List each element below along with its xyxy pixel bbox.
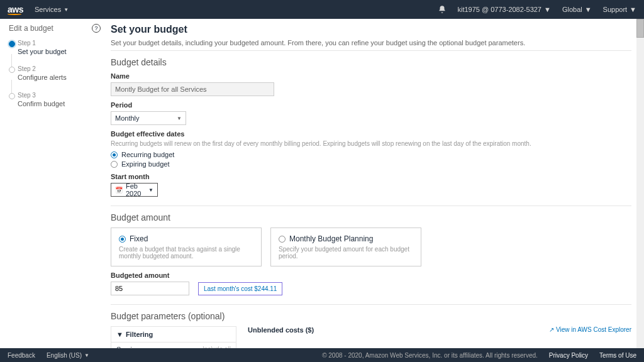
scrollbar-track[interactable] (636, 19, 644, 348)
privacy-policy-link[interactable]: Privacy Policy (549, 352, 588, 359)
name-label: Name (111, 72, 631, 80)
page-subtitle: Set your budget details, including your … (111, 39, 631, 47)
budgeted-amount-label: Budgeted amount (111, 272, 631, 279)
page-title: Set your budget (111, 24, 631, 35)
filtering-header[interactable]: ▼ Filtering (111, 327, 236, 343)
feedback-link[interactable]: Feedback (8, 352, 35, 359)
fixed-budget-card[interactable]: Fixed Create a budget that tracks agains… (111, 228, 262, 266)
cost-chart: 150200250 (248, 337, 631, 348)
period-select[interactable]: Monthly ▼ (111, 111, 186, 125)
expiring-budget-radio[interactable]: Expiring budget (111, 160, 631, 168)
scrollbar-thumb[interactable] (636, 19, 644, 38)
support-menu[interactable]: Support▼ (603, 6, 636, 13)
radio-selected-icon (111, 151, 118, 158)
budgeted-amount-input[interactable] (111, 282, 189, 295)
help-icon[interactable]: ? (92, 24, 101, 33)
budget-name-input[interactable] (111, 82, 274, 96)
budget-details-heading: Budget details (111, 57, 631, 67)
wizard-step-1[interactable]: Step 1 Set your budget (9, 39, 106, 56)
terms-of-use-link[interactable]: Terms of Use (599, 352, 636, 359)
chevron-down-icon: ▼ (177, 116, 182, 121)
period-label: Period (111, 101, 631, 109)
view-cost-explorer-link[interactable]: ↗ View in AWS Cost Explorer (549, 326, 631, 333)
last-month-cost-button[interactable]: Last month's cost $244.11 (198, 282, 282, 295)
monthly-planning-card[interactable]: Monthly Budget Planning Specify your bud… (270, 228, 421, 266)
effective-dates-label: Budget effective dates (111, 130, 631, 138)
wizard-step-2[interactable]: Step 2 Configure alerts (9, 65, 106, 82)
external-link-icon: ↗ (549, 326, 554, 333)
wizard-step-3[interactable]: Step 3 Confirm budget (9, 91, 106, 108)
chevron-down-icon: ▼ (148, 187, 153, 193)
account-menu[interactable]: kit1975 @ 0773-2082-5327▼ (458, 6, 551, 13)
services-menu[interactable]: Services▼ (35, 6, 69, 13)
recurring-budget-radio[interactable]: Recurring budget (111, 151, 631, 158)
start-month-picker[interactable]: 📅 Feb 2020 ▼ (111, 183, 158, 197)
filter-item-service[interactable]: ServiceInclude all (111, 343, 236, 348)
region-menu[interactable]: Global▼ (562, 6, 592, 13)
calendar-icon: 📅 (115, 187, 123, 194)
copyright-text: © 2008 - 2020, Amazon Web Services, Inc.… (322, 352, 538, 359)
aws-logo[interactable]: aws (8, 4, 26, 15)
radio-unselected-icon (111, 161, 118, 168)
radio-selected-icon (119, 236, 126, 243)
budget-params-heading: Budget parameters (optional) (111, 311, 631, 321)
start-month-label: Start month (111, 173, 631, 180)
budget-amount-heading: Budget amount (111, 212, 631, 222)
page-breadcrumb: Edit a budget (9, 24, 106, 33)
chevron-down-icon: ▼ (116, 331, 123, 338)
notifications-icon[interactable] (438, 5, 447, 14)
radio-unselected-icon (279, 236, 286, 243)
language-select[interactable]: English (US)▼ (47, 352, 89, 359)
effective-dates-hint: Recurring budgets will renew on the firs… (111, 140, 631, 147)
